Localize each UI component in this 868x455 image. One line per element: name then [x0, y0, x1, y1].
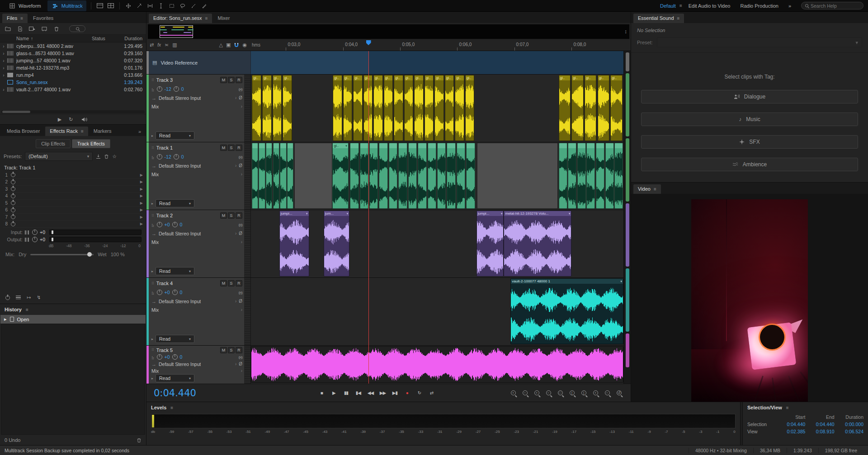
expand-icon[interactable]: ▸ — [151, 376, 153, 380]
audio-clip[interactable]: metal-hit-12-193278 Volu...▾ — [504, 211, 571, 277]
pan-knob[interactable] — [172, 354, 178, 360]
audio-clip[interactable]: gl.. — [394, 75, 403, 141]
overview-scroll-icon[interactable]: ↕ — [624, 28, 627, 35]
track-output-select[interactable]: Mix — [151, 172, 159, 177]
record-button[interactable]: ● — [402, 388, 412, 398]
effect-slot[interactable]: 7▶ — [3, 214, 143, 221]
power-icon[interactable] — [11, 208, 15, 212]
expand-chevron-icon[interactable]: › — [0, 73, 7, 78]
audio-clip[interactable] — [350, 143, 359, 209]
slot-arrow-icon[interactable]: ▶ — [140, 194, 143, 198]
ruler-unit-label[interactable]: hms — [252, 42, 260, 47]
power-icon[interactable] — [11, 222, 15, 226]
zoom-in-amplitude-button[interactable]: + — [591, 389, 600, 397]
arm-record-button[interactable]: R — [236, 347, 242, 353]
input-monitor-icon[interactable]: ((•)) — [239, 87, 242, 91]
tab-overflow-button[interactable]: » — [136, 129, 144, 136]
volume-knob[interactable] — [157, 222, 162, 227]
audio-clip[interactable] — [369, 143, 378, 209]
input-gain-slider[interactable] — [49, 230, 142, 235]
track-output-select[interactable]: Mix — [151, 104, 159, 109]
preset-dropdown[interactable]: (Default) ▾ — [25, 152, 93, 161]
volume-value[interactable]: +0 — [165, 290, 170, 295]
audio-clip[interactable]: gl.. — [445, 75, 454, 141]
automation-mode-dropdown[interactable]: Read▾ — [156, 374, 194, 382]
import-file-icon[interactable] — [16, 25, 24, 33]
phase-invert-icon[interactable]: Ø — [239, 163, 242, 168]
audio-clip[interactable] — [398, 143, 407, 209]
audio-clip[interactable]: gl.. — [252, 75, 261, 141]
selection-start-value[interactable]: 0:04.440 — [776, 422, 805, 427]
tag-music-button[interactable]: ♪ Music — [641, 113, 858, 126]
zoom-selection-out-point-button[interactable]: ] — [579, 389, 588, 397]
automation-mode-dropdown[interactable]: Read▾ — [156, 335, 194, 343]
slider-handle[interactable] — [87, 252, 92, 257]
column-name[interactable]: Name↑ — [16, 36, 92, 41]
audio-clip[interactable]: gl.. — [585, 75, 596, 141]
volume-knob[interactable] — [157, 354, 162, 360]
output-gain-value[interactable]: +0 — [40, 237, 47, 242]
snap-icon[interactable] — [234, 42, 239, 48]
audio-clip[interactable]: gl.. — [404, 75, 414, 141]
audio-clip[interactable] — [280, 143, 286, 209]
audio-clip[interactable] — [360, 143, 368, 209]
audio-clip[interactable]: gl.. — [465, 75, 475, 141]
workspace-default[interactable]: Default — [656, 3, 679, 9]
crossfade-icon[interactable]: ≍ — [165, 42, 169, 48]
zoom-out-button[interactable]: − — [520, 389, 529, 397]
track-input-select[interactable]: Default Stereo Input — [159, 361, 201, 367]
track-name[interactable]: Track 2 — [156, 213, 173, 218]
timeline-ruler[interactable]: hms 0:03,00:04,00:05,00:06,00:07,00:08,0 — [251, 39, 623, 51]
volume-value[interactable]: -12 — [165, 86, 171, 92]
selection-duration-value[interactable]: 0:00.000 — [835, 422, 863, 427]
volume-value[interactable]: +0 — [165, 354, 170, 360]
expand-icon[interactable]: ▸ — [151, 337, 153, 341]
panel-menu-icon[interactable]: ≡ — [81, 129, 84, 134]
timer-icon[interactable]: ◉ — [242, 42, 247, 48]
audio-clip[interactable] — [477, 143, 558, 209]
input-monitor-icon[interactable]: ((•)) — [239, 155, 242, 159]
view-duration-value[interactable]: 0:06.524 — [835, 429, 863, 434]
expand-icon[interactable]: ▸ — [151, 134, 153, 138]
effect-slot[interactable]: 4▶ — [3, 193, 143, 200]
effect-slot[interactable]: 3▶ — [3, 186, 143, 193]
mute-button[interactable]: M — [220, 212, 227, 219]
scrollbar-segment[interactable] — [626, 138, 629, 202]
audio-clip[interactable] — [379, 143, 387, 209]
track-lane[interactable]: jumpi...▾jum...▾jumpi...▾metal-hit-12-19… — [251, 210, 623, 277]
audio-clip[interactable]: gl.. — [333, 75, 342, 141]
view-end-value[interactable]: 0:08.910 — [805, 429, 834, 434]
fx-toggle-icon[interactable]: fx — [157, 42, 161, 47]
track-output-select[interactable]: Mix — [151, 307, 159, 313]
audio-clip[interactable] — [266, 143, 272, 209]
effect-slot[interactable]: 1▶ — [3, 172, 143, 179]
effect-slot[interactable]: 5▶ — [3, 200, 143, 207]
input-gain-value[interactable]: +0 — [40, 230, 47, 235]
trash-icon[interactable] — [137, 438, 142, 443]
file-row[interactable]: ›vault-2...077 48000 1.wav0:02.760 — [0, 86, 146, 93]
slot-arrow-icon[interactable]: ▶ — [140, 208, 143, 212]
solo-button[interactable]: S — [228, 145, 235, 151]
expand-chevron-icon[interactable]: › — [0, 58, 7, 63]
phase-invert-icon[interactable]: Ø — [239, 299, 242, 304]
mute-button[interactable]: M — [220, 280, 227, 286]
rack-power-icon[interactable] — [5, 296, 10, 300]
audio-clip[interactable]: gl.. — [559, 75, 571, 141]
audio-clip[interactable] — [447, 143, 455, 209]
audio-clip[interactable] — [559, 143, 567, 209]
slot-arrow-icon[interactable]: ▶ — [140, 222, 143, 226]
expand-chevron-icon[interactable]: › — [0, 51, 7, 56]
audio-clip[interactable] — [457, 143, 465, 209]
rack-route-icon[interactable]: ↦ — [27, 295, 31, 300]
slider-handle[interactable] — [52, 238, 53, 241]
panel-menu-icon[interactable]: ≡ — [20, 16, 23, 21]
expand-chevron-icon[interactable]: › — [0, 44, 7, 49]
panel-menu-icon[interactable]: ≡ — [205, 16, 208, 21]
move-tool-icon[interactable] — [124, 2, 132, 10]
video-preview-icon[interactable]: ▣ — [226, 42, 231, 48]
zoom-in-button[interactable]: + — [509, 389, 518, 397]
panel-menu-icon[interactable]: ≡ — [786, 405, 789, 410]
audio-clip[interactable] — [586, 143, 595, 209]
phase-invert-icon[interactable]: Ø — [239, 361, 242, 366]
solo-button[interactable]: S — [228, 77, 235, 83]
